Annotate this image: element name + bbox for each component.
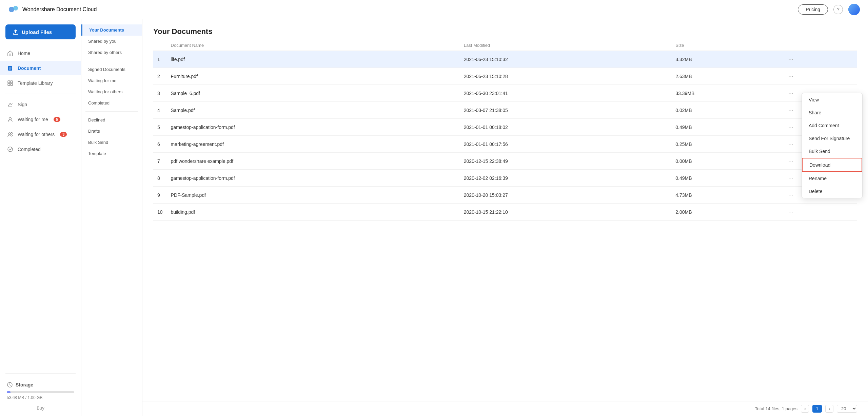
sidebar-item-sign[interactable]: Sign [0,97,81,112]
row-number: 3 [153,85,167,102]
context-menu-item-download[interactable]: Download [802,158,862,172]
file-name: gamestop-application-form.pdf [167,119,460,136]
doc-nav-declined[interactable]: Declined [81,114,142,126]
sidebar-item-home-label: Home [18,51,30,56]
page-1-button[interactable]: 1 [812,405,822,413]
more-options-button[interactable]: ··· [786,89,796,97]
file-name: gamestop-application-form.pdf [167,170,460,187]
doc-nav-divider-1 [85,61,138,61]
sidebar-nav: Home Document Template Library [0,46,81,371]
context-menu-item-rename[interactable]: Rename [802,172,862,185]
table-row: 1 life.pdf 2021-06-23 15:10:32 3.32MB ··… [153,51,857,68]
row-actions: ··· [782,204,857,221]
doc-nav-waiting-for-others[interactable]: Waiting for others [81,86,142,97]
context-menu-item-view[interactable]: View [802,93,862,106]
last-modified: 2021-01-01 00:18:02 [460,119,672,136]
svg-rect-3 [8,81,10,83]
doc-nav-divider-2 [85,111,138,112]
context-menu-item-share[interactable]: Share [802,106,862,119]
sidebar-item-template-label: Template Library [18,80,53,86]
file-size: 0.25MB [671,136,782,153]
template-icon [7,80,14,87]
row-number: 7 [153,153,167,170]
file-name: life.pdf [167,51,460,68]
file-name: Sample_6.pdf [167,85,460,102]
docs-footer: Total 14 files, 1 pages ‹ 1 › 20 50 100 [142,401,868,416]
next-page-button[interactable]: › [825,405,833,413]
last-modified: 2020-12-02 02:16:39 [460,170,672,187]
more-options-button[interactable]: ··· [786,72,796,80]
more-options-button[interactable]: ··· [786,140,796,148]
sidebar-divider-1 [5,94,76,94]
file-size: 0.02MB [671,102,782,119]
sidebar-item-template-library[interactable]: Template Library [0,76,81,90]
document-icon [7,65,14,72]
file-size: 4.73MB [671,187,782,204]
more-options-button[interactable]: ··· [786,157,796,165]
svg-rect-6 [11,83,13,86]
upload-button[interactable]: Upload Files [5,24,76,39]
sidebar-item-document-label: Document [18,65,41,71]
context-menu-item-send-for-signature[interactable]: Send For Signature [802,132,862,145]
doc-nav-your-documents[interactable]: Your Documents [81,24,142,36]
file-size: 3.32MB [671,51,782,68]
sidebar-item-completed[interactable]: Completed [0,142,81,156]
more-options-button[interactable]: ··· [786,174,796,182]
storage-bar-fill [7,391,11,393]
table-row: 6 marketing-agreement.pdf 2021-01-01 00:… [153,136,857,153]
row-number: 10 [153,204,167,221]
doc-nav-bulk-send[interactable]: Bulk Send [81,137,142,148]
file-name: pdf wondershare example.pdf [167,153,460,170]
doc-nav-shared-by-others[interactable]: Shared by others [81,47,142,58]
last-modified: 2021-06-23 15:10:32 [460,51,672,68]
sidebar-item-waiting-for-me[interactable]: Waiting for me 5 [0,112,81,127]
upload-icon [12,29,19,35]
row-number: 6 [153,136,167,153]
context-menu-item-bulk-send[interactable]: Bulk Send [802,145,862,158]
svg-point-1 [13,6,18,11]
last-modified: 2021-01-01 00:17:56 [460,136,672,153]
storage-section: Storage 53.68 MB / 1.00 GB [0,376,81,403]
sidebar-item-home[interactable]: Home [0,46,81,60]
context-menu-item-add-comment[interactable]: Add Comment [802,119,862,132]
more-options-button[interactable]: ··· [786,55,796,63]
last-modified: 2021-05-30 23:01:41 [460,85,672,102]
sidebar-item-waiting-for-others[interactable]: Waiting for others 3 [0,127,81,141]
table-row: 10 building.pdf 2020-10-15 21:22:10 2.00… [153,204,857,221]
prev-page-button[interactable]: ‹ [801,405,809,413]
table-row: 5 gamestop-application-form.pdf 2021-01-… [153,119,857,136]
sign-icon [7,101,14,108]
main-layout: Upload Files Home Document [0,19,868,416]
help-icon[interactable]: ? [833,5,843,14]
doc-nav-drafts[interactable]: Drafts [81,126,142,137]
svg-point-10 [8,147,13,152]
waiting-for-others-badge: 3 [60,132,67,137]
sidebar-divider-2 [5,373,76,374]
more-options-button[interactable]: ··· [786,106,796,114]
context-menu-item-delete[interactable]: Delete [802,185,862,198]
file-size: 33.39MB [671,85,782,102]
sidebar-item-document[interactable]: Document [0,61,81,75]
buy-button[interactable]: Buy [7,405,74,411]
doc-nav-shared-by-you[interactable]: Shared by you [81,36,142,47]
row-actions: ··· [782,51,857,68]
left-sidebar: Upload Files Home Document [0,19,81,416]
doc-sidebar: Your Documents Shared by you Shared by o… [81,19,142,416]
col-num [153,40,167,51]
more-options-button[interactable]: ··· [786,123,796,131]
row-number: 5 [153,119,167,136]
col-last-modified: Last Modified [460,40,672,51]
pricing-button[interactable]: Pricing [798,4,828,15]
doc-nav-waiting-for-me[interactable]: Waiting for me [81,75,142,86]
more-options-button[interactable]: ··· [786,208,796,216]
page-size-select[interactable]: 20 50 100 [837,405,857,413]
file-name: PDF-Sample.pdf [167,187,460,204]
svg-point-9 [11,133,13,134]
more-options-button[interactable]: ··· [786,191,796,199]
doc-nav-signed-documents[interactable]: Signed Documents [81,64,142,75]
doc-nav-completed[interactable]: Completed [81,97,142,109]
file-name: Furniture.pdf [167,68,460,85]
sidebar-item-sign-label: Sign [18,102,27,107]
avatar[interactable] [848,4,860,15]
doc-nav-template[interactable]: Template [81,148,142,159]
